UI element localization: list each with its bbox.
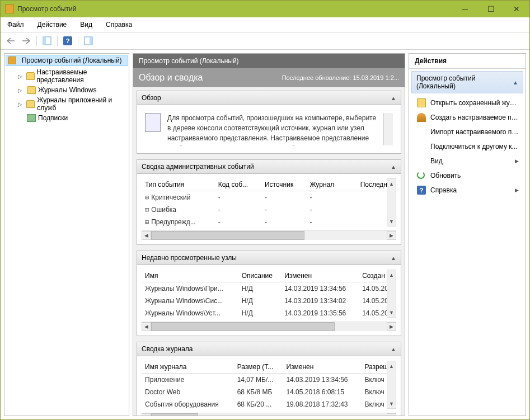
section-title: Сводка журнала <box>142 345 193 353</box>
menubar: Файл Действие Вид Справка <box>1 17 529 32</box>
table-row[interactable]: События оборудования 68 КБ/20 ... 19.08.… <box>142 398 396 410</box>
toolbar-separator <box>57 36 58 46</box>
expand-icon[interactable]: ▷ <box>18 87 25 93</box>
scroll-right-icon[interactable]: ▶ <box>387 322 396 331</box>
tree-item-label: Настраиваемые представления <box>37 68 127 84</box>
scroll-up-icon[interactable]: ▲ <box>387 270 396 280</box>
action-connect-another[interactable]: Подключиться к другому к... <box>411 139 523 154</box>
scroll-right-icon[interactable]: ▶ <box>387 231 396 240</box>
tree-root[interactable]: Просмотр событий (Локальный) <box>6 55 128 66</box>
horizontal-scrollbar[interactable]: ◀ ▶ <box>142 230 396 240</box>
action-help[interactable]: ? Справка ▶ <box>411 183 523 197</box>
table-row[interactable]: Doctor Web 68 КБ/8 МБ 14.05.2018 6:08:15… <box>142 386 396 398</box>
expand-icon[interactable]: ⊞ <box>145 206 151 214</box>
col-type[interactable]: Тип события <box>142 178 215 191</box>
minimize-button[interactable]: ─ <box>452 1 478 17</box>
section-title: Сводка административных событий <box>142 163 254 171</box>
action-view[interactable]: Вид ▶ <box>411 154 523 168</box>
menu-view[interactable]: Вид <box>78 20 95 30</box>
main-window: Просмотр событий ─ ☐ ✕ Файл Действие Вид… <box>0 0 530 420</box>
horizontal-scrollbar[interactable]: ◀ ▶ <box>142 322 396 331</box>
center-body: Обзор ▲ Для просмотра событий, произошед… <box>133 87 405 416</box>
admin-events-table: Тип события Код соб... Источник Журнал П… <box>142 178 396 228</box>
section-overview-body: Для просмотра событий, произошедших на к… <box>137 105 401 154</box>
horizontal-scrollbar[interactable]: ◀ ▶ <box>142 413 396 416</box>
action-import-custom-view[interactable]: Импорт настраиваемого пр... <box>411 125 523 139</box>
scroll-up-icon[interactable]: ▲ <box>387 361 396 371</box>
overview-scrollbar[interactable] <box>383 113 393 145</box>
scroll-down-icon[interactable]: ▼ <box>387 399 396 408</box>
toolbar-separator <box>78 36 78 46</box>
toolbar-separator <box>36 36 37 46</box>
tree-item-label: Журналы приложений и служб <box>37 96 126 112</box>
close-button[interactable]: ✕ <box>504 1 529 17</box>
back-button[interactable] <box>4 35 17 47</box>
col-modified[interactable]: Изменен <box>281 270 359 282</box>
help-icon: ? <box>417 186 426 195</box>
vertical-scrollbar[interactable]: ▲ ▼ <box>387 178 396 226</box>
table-row[interactable]: ⊞Критический - - - 0 <box>142 191 396 204</box>
scroll-down-icon[interactable]: ▼ <box>387 216 396 226</box>
section-recent-header[interactable]: Недавно просмотренные узлы ▲ <box>137 251 401 265</box>
overview-image-icon <box>145 113 161 132</box>
action-refresh[interactable]: Обновить <box>411 168 523 183</box>
col-size[interactable]: Размер (Т... <box>234 361 283 374</box>
svg-rect-1 <box>43 37 46 45</box>
col-source[interactable]: Источник <box>261 178 306 191</box>
expand-icon[interactable]: ▷ <box>18 73 24 79</box>
section-overview: Обзор ▲ Для просмотра событий, произошед… <box>137 91 401 154</box>
col-log[interactable]: Журнал <box>306 178 346 191</box>
log-table-wrap: Имя журнала Размер (Т... Изменен Разреш … <box>137 356 401 416</box>
expand-icon[interactable]: ⊞ <box>145 218 151 226</box>
scroll-left-icon[interactable]: ◀ <box>142 322 151 331</box>
table-row[interactable]: Журналы Windows\При... Н/Д 14.03.2019 13… <box>142 282 396 295</box>
tree-item-app-logs[interactable]: ▷ Журналы приложений и служб <box>4 95 129 113</box>
help-icon: ? <box>63 36 72 45</box>
section-overview-header[interactable]: Обзор ▲ <box>137 91 401 105</box>
col-modified[interactable]: Изменен <box>283 361 361 374</box>
section-log-header[interactable]: Сводка журнала ▲ <box>137 342 401 356</box>
scroll-down-icon[interactable]: ▼ <box>387 308 396 317</box>
actions-pane-button[interactable] <box>82 35 95 47</box>
tree-item-custom-views[interactable]: ▷ Настраиваемые представления <box>4 67 129 85</box>
table-row[interactable]: ⊞Ошибка - - - 0 <box>142 204 396 216</box>
maximize-button[interactable]: ☐ <box>478 1 504 17</box>
section-admin-header[interactable]: Сводка административных событий ▲ <box>137 159 401 174</box>
expand-icon[interactable]: ⊞ <box>145 194 151 201</box>
expand-icon[interactable]: ▷ <box>18 101 24 107</box>
col-name[interactable]: Имя <box>142 270 238 282</box>
folder-icon <box>27 86 36 94</box>
action-open-saved-log[interactable]: Открыть сохраненный жур... <box>411 96 523 110</box>
action-create-custom-view[interactable]: Создать настраиваемое пре... <box>411 110 523 125</box>
section-log-summary: Сводка журнала ▲ Имя журнала Размер (Т..… <box>137 342 401 416</box>
col-code[interactable]: Код соб... <box>215 178 261 191</box>
show-tree-button[interactable] <box>40 35 54 47</box>
action-label: Подключиться к другому к... <box>430 143 519 150</box>
menu-file[interactable]: Файл <box>5 20 26 30</box>
table-row[interactable]: Приложение 14,07 МБ/... 14.03.2019 13:34… <box>142 374 396 386</box>
vertical-scrollbar[interactable]: ▲ ▼ <box>387 361 396 409</box>
subheader-title: Обзор и сводка <box>139 73 203 83</box>
filter-icon <box>417 113 426 122</box>
scroll-up-icon[interactable]: ▲ <box>387 179 396 188</box>
actions-group-header[interactable]: Просмотр событий (Локальный) ▲ <box>411 71 523 93</box>
help-button[interactable]: ? <box>61 35 74 47</box>
scroll-left-icon[interactable]: ◀ <box>142 231 151 240</box>
tree-item-subscriptions[interactable]: Подписки <box>4 113 129 123</box>
center-header: Просмотр событий (Локальный) <box>133 54 405 68</box>
menu-help[interactable]: Справка <box>104 20 134 30</box>
col-desc[interactable]: Описание <box>238 270 281 282</box>
table-row[interactable]: Журналы Windows\Уст... Н/Д 14.03.2019 13… <box>142 307 396 319</box>
menu-action[interactable]: Действие <box>35 20 69 30</box>
tree-item-windows-logs[interactable]: ▷ Журналы Windows <box>4 85 129 95</box>
refresh-icon <box>417 171 426 180</box>
folder-icon <box>26 100 35 108</box>
col-logname[interactable]: Имя журнала <box>142 361 234 374</box>
table-row[interactable]: Журналы Windows\Сис... Н/Д 14.03.2019 13… <box>142 295 396 307</box>
scroll-left-icon[interactable]: ◀ <box>142 413 151 416</box>
forward-button[interactable] <box>20 35 33 47</box>
collapse-icon: ▲ <box>391 346 396 352</box>
table-row[interactable]: ⊞Предупрежд... - - - 0 <box>142 216 396 228</box>
vertical-scrollbar[interactable]: ▲ ▼ <box>387 270 396 318</box>
scroll-right-icon[interactable]: ▶ <box>387 413 396 416</box>
